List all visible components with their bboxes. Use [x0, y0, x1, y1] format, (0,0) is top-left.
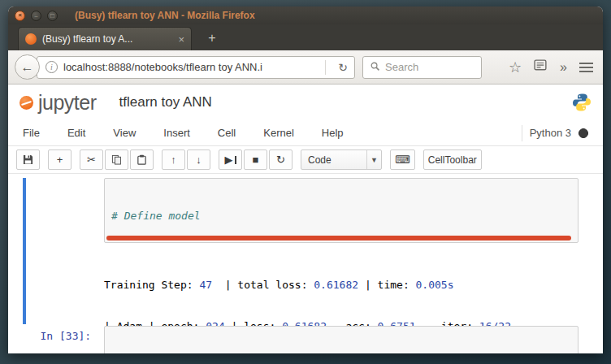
notebook-title[interactable]: tflearn toy ANN — [119, 94, 212, 110]
kernel-separator — [522, 125, 522, 141]
cut-cell-button[interactable]: ✂ — [80, 150, 103, 170]
menu-hamburger-icon[interactable] — [579, 63, 593, 72]
move-cell-down-button[interactable]: ↓ — [187, 150, 210, 170]
search-icon — [370, 60, 380, 75]
menu-item-cell[interactable]: Cell — [218, 127, 236, 139]
window-maximize-button[interactable]: ☐ — [47, 11, 58, 21]
keyboard-icon: ⌨ — [395, 154, 410, 166]
menu-item-view[interactable]: View — [113, 127, 136, 139]
firefox-window: × – ☐ (Busy) tflearn toy ANN - Mozilla F… — [8, 6, 603, 353]
search-box[interactable] — [362, 56, 482, 79]
kernel-indicator-area: Python 3 — [522, 125, 588, 141]
arrow-down-icon: ↓ — [196, 154, 202, 166]
kernel-busy-indicator — [578, 128, 588, 138]
cell-horizontal-scrollbar[interactable] — [106, 236, 571, 240]
run-cell-button[interactable]: ▶ — [219, 150, 242, 170]
window-title: (Busy) tflearn toy ANN - Mozilla Firefox — [75, 10, 255, 21]
stop-icon: ■ — [253, 154, 259, 166]
site-info-icon[interactable]: i — [46, 61, 58, 73]
cell-type-select[interactable]: Code ▼ — [301, 150, 382, 170]
kernel-name: Python 3 — [530, 127, 571, 139]
urlbar-divider — [325, 60, 326, 75]
window-close-button[interactable]: × — [15, 11, 25, 21]
running-cell-editor[interactable]: # Define model model = tflearn.DNN(net) … — [104, 178, 578, 243]
code-line: # Define model — [111, 209, 578, 223]
arrow-up-icon: ↑ — [171, 154, 176, 166]
celltoolbar-label: CellToolbar — [428, 154, 477, 166]
url-bar[interactable]: i ↻ — [37, 56, 355, 79]
toolbar-overflow-icon[interactable]: » — [560, 60, 567, 75]
interrupt-kernel-button[interactable]: ■ — [244, 150, 267, 170]
output-line: Training Step: 47 | total loss: 0.61682 … — [104, 278, 583, 292]
run-icon: ▶ — [225, 154, 233, 166]
python-logo-icon — [572, 93, 592, 112]
browser-navbar: ← i ↻ ☆ » — [8, 50, 603, 84]
menu-item-insert[interactable]: Insert — [163, 127, 190, 139]
jupyter-logo[interactable]: jupyter — [20, 91, 97, 115]
scissors-icon: ✂ — [87, 154, 96, 166]
new-tab-button[interactable]: + — [202, 30, 223, 47]
restart-kernel-button[interactable]: ↻ — [269, 150, 292, 170]
command-palette-button[interactable]: ⌨ — [390, 150, 415, 170]
chevron-down-icon: ▼ — [366, 150, 381, 169]
paste-cell-button[interactable] — [130, 150, 154, 170]
notebook-toolbar: + ✂ ↑ ↓ ▶ — [8, 146, 603, 174]
clipboard-icon — [136, 154, 147, 165]
copy-cell-button[interactable] — [105, 150, 128, 170]
browser-tab-bar: (Busy) tflearn toy A... × + — [8, 24, 603, 50]
window-titlebar[interactable]: × – ☐ (Busy) tflearn toy ANN - Mozilla F… — [8, 6, 603, 24]
back-button[interactable]: ← — [15, 54, 40, 80]
menu-item-edit[interactable]: Edit — [67, 127, 85, 139]
copy-icon — [111, 154, 122, 165]
next-cell-editor[interactable]: for i,t in enumerate(test_x): — [104, 326, 578, 353]
cell-type-value: Code — [308, 154, 332, 166]
search-input[interactable] — [385, 61, 474, 73]
window-minimize-button[interactable]: – — [31, 11, 41, 21]
save-button[interactable] — [16, 150, 40, 170]
jupyter-favicon-icon — [25, 33, 37, 45]
reload-icon[interactable]: ↻ — [332, 61, 354, 74]
browser-tab[interactable]: (Busy) tflearn toy A... × — [18, 27, 192, 50]
plus-icon: + — [57, 154, 63, 166]
tab-title: (Busy) tflearn toy A... — [42, 33, 172, 45]
save-icon — [23, 154, 33, 165]
restart-icon: ↻ — [276, 154, 285, 166]
url-input[interactable] — [63, 61, 319, 73]
notebook-area: # Define model model = tflearn.DNN(net) … — [8, 174, 603, 353]
tab-close-button[interactable]: × — [178, 34, 184, 45]
jupyter-header: jupyter tflearn toy ANN — [8, 84, 603, 120]
celltoolbar-button[interactable]: CellToolbar — [423, 150, 482, 170]
cell-prompt: In [33]: — [32, 329, 98, 343]
jupyter-planet-icon — [20, 96, 33, 110]
notebook-menubar: File Edit View Insert Cell Kernel Help P… — [8, 120, 603, 146]
menu-item-kernel[interactable]: Kernel — [263, 127, 294, 139]
add-cell-button[interactable]: + — [48, 150, 72, 170]
jupyter-logo-text: jupyter — [38, 91, 97, 115]
desktop-background: × – ☐ (Busy) tflearn toy ANN - Mozilla F… — [0, 0, 611, 364]
selected-cell-indicator — [23, 178, 26, 324]
move-cell-up-button[interactable]: ↑ — [162, 150, 185, 170]
menu-item-file[interactable]: File — [23, 127, 40, 139]
jupyter-page: jupyter tflearn toy ANN File Edit View I… — [8, 84, 603, 353]
run-icon-bar — [235, 156, 236, 164]
menu-item-help[interactable]: Help — [322, 127, 344, 139]
bookmarks-panel-icon[interactable] — [534, 59, 548, 75]
bookmark-star-icon[interactable]: ☆ — [509, 58, 522, 76]
